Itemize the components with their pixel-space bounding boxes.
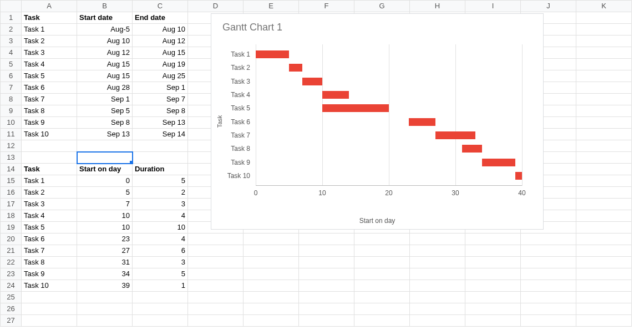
cell-K7[interactable] [576, 82, 632, 94]
cell-H21[interactable] [410, 245, 465, 257]
row-header-8[interactable]: 8 [1, 94, 22, 105]
cell-B5[interactable]: Aug 15 [77, 59, 133, 70]
cell-A13[interactable] [22, 152, 77, 164]
cell-G20[interactable] [354, 233, 410, 245]
cell-G22[interactable] [354, 257, 410, 268]
cell-K17[interactable] [576, 199, 632, 210]
cell-C22[interactable]: 3 [133, 257, 188, 268]
row-header-16[interactable]: 16 [1, 187, 22, 199]
cell-K27[interactable] [576, 315, 632, 327]
cell-C21[interactable]: 6 [133, 245, 188, 257]
cell-K2[interactable] [576, 24, 632, 35]
cell-F25[interactable] [299, 292, 354, 303]
cell-C14[interactable]: Duration [133, 164, 188, 175]
cell-B11[interactable]: Sep 13 [77, 129, 133, 140]
cell-J25[interactable] [521, 292, 576, 303]
cell-K20[interactable] [576, 233, 632, 245]
cell-I22[interactable] [465, 257, 521, 268]
cell-I27[interactable] [465, 315, 521, 327]
cell-B18[interactable]: 10 [77, 210, 133, 222]
cell-K14[interactable] [576, 164, 632, 175]
cell-B8[interactable]: Sep 1 [77, 94, 133, 105]
cell-C27[interactable] [133, 315, 188, 327]
corner-cell[interactable] [1, 1, 22, 12]
row-header-1[interactable]: 1 [1, 12, 22, 24]
cell-C6[interactable]: Aug 25 [133, 70, 188, 82]
cell-A16[interactable]: Task 2 [22, 187, 77, 199]
cell-C18[interactable]: 4 [133, 210, 188, 222]
row-header-24[interactable]: 24 [1, 280, 22, 292]
cell-K5[interactable] [576, 59, 632, 70]
cell-C25[interactable] [133, 292, 188, 303]
cell-B24[interactable]: 39 [77, 280, 133, 292]
cell-A5[interactable]: Task 4 [22, 59, 77, 70]
cell-C16[interactable]: 2 [133, 187, 188, 199]
cell-C4[interactable]: Aug 15 [133, 47, 188, 59]
cell-F26[interactable] [299, 303, 354, 315]
row-header-2[interactable]: 2 [1, 24, 22, 35]
cell-J21[interactable] [521, 245, 576, 257]
cell-I21[interactable] [465, 245, 521, 257]
gantt-chart[interactable]: Gantt Chart 1 Task 010203040Task 1Task 2… [211, 13, 544, 230]
cell-B6[interactable]: Aug 15 [77, 70, 133, 82]
cell-B23[interactable]: 34 [77, 268, 133, 280]
cell-B17[interactable]: 7 [77, 199, 133, 210]
cell-H20[interactable] [410, 233, 465, 245]
cell-H27[interactable] [410, 315, 465, 327]
column-header-G[interactable]: G [354, 1, 410, 12]
cell-D23[interactable] [188, 268, 244, 280]
cell-E27[interactable] [244, 315, 299, 327]
cell-E24[interactable] [244, 280, 299, 292]
row-header-11[interactable]: 11 [1, 129, 22, 140]
cell-K12[interactable] [576, 140, 632, 152]
row-header-3[interactable]: 3 [1, 35, 22, 47]
cell-A14[interactable]: Task [22, 164, 77, 175]
cell-D26[interactable] [188, 303, 244, 315]
row-header-10[interactable]: 10 [1, 117, 22, 129]
cell-J27[interactable] [521, 315, 576, 327]
row-header-14[interactable]: 14 [1, 164, 22, 175]
cell-A11[interactable]: Task 10 [22, 129, 77, 140]
cell-C8[interactable]: Sep 7 [133, 94, 188, 105]
cell-K21[interactable] [576, 245, 632, 257]
cell-K9[interactable] [576, 105, 632, 117]
cell-J20[interactable] [521, 233, 576, 245]
cell-K26[interactable] [576, 303, 632, 315]
cell-E21[interactable] [244, 245, 299, 257]
cell-K25[interactable] [576, 292, 632, 303]
cell-G27[interactable] [354, 315, 410, 327]
row-header-17[interactable]: 17 [1, 199, 22, 210]
cell-K8[interactable] [576, 94, 632, 105]
cell-K22[interactable] [576, 257, 632, 268]
row-header-19[interactable]: 19 [1, 222, 22, 233]
column-header-J[interactable]: J [521, 1, 576, 12]
cell-C7[interactable]: Sep 1 [133, 82, 188, 94]
cell-K10[interactable] [576, 117, 632, 129]
row-header-26[interactable]: 26 [1, 303, 22, 315]
cell-A4[interactable]: Task 3 [22, 47, 77, 59]
cell-I24[interactable] [465, 280, 521, 292]
cell-C20[interactable]: 4 [133, 233, 188, 245]
cell-C9[interactable]: Sep 8 [133, 105, 188, 117]
cell-B13[interactable] [77, 152, 133, 164]
cell-A10[interactable]: Task 9 [22, 117, 77, 129]
cell-A24[interactable]: Task 10 [22, 280, 77, 292]
cell-H26[interactable] [410, 303, 465, 315]
cell-A15[interactable]: Task 1 [22, 175, 77, 187]
cell-E25[interactable] [244, 292, 299, 303]
cell-E22[interactable] [244, 257, 299, 268]
cell-C23[interactable]: 5 [133, 268, 188, 280]
column-header-I[interactable]: I [465, 1, 521, 12]
cell-K3[interactable] [576, 35, 632, 47]
cell-B27[interactable] [77, 315, 133, 327]
cell-B10[interactable]: Sep 8 [77, 117, 133, 129]
column-header-C[interactable]: C [133, 1, 188, 12]
cell-I20[interactable] [465, 233, 521, 245]
cell-F27[interactable] [299, 315, 354, 327]
row-header-18[interactable]: 18 [1, 210, 22, 222]
cell-J22[interactable] [521, 257, 576, 268]
cell-C2[interactable]: Aug 10 [133, 24, 188, 35]
cell-G26[interactable] [354, 303, 410, 315]
cell-A9[interactable]: Task 8 [22, 105, 77, 117]
cell-B4[interactable]: Aug 12 [77, 47, 133, 59]
